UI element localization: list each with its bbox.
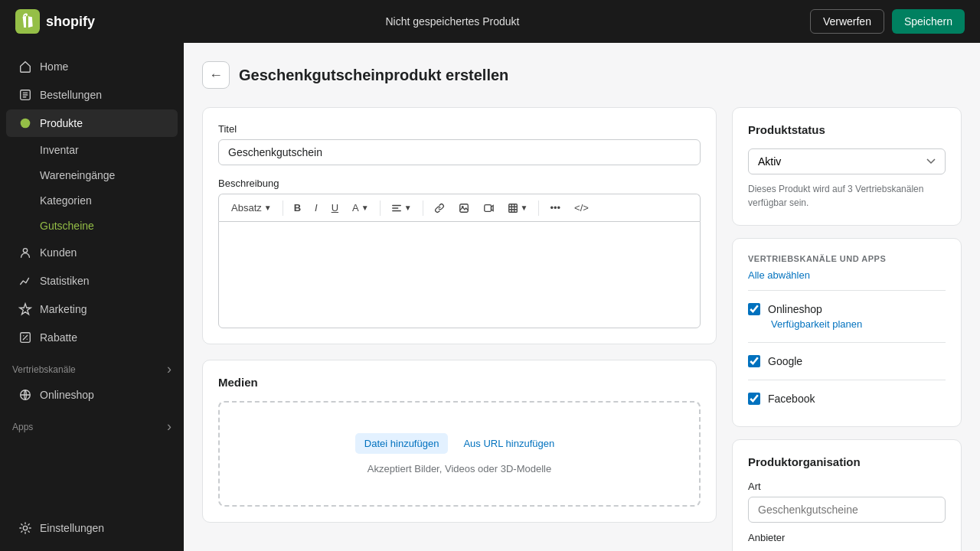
- right-panel: Produktstatus Aktiv Entwurf Dieses Produ…: [732, 107, 962, 551]
- description-editor[interactable]: [218, 221, 701, 328]
- image-button[interactable]: [452, 200, 475, 217]
- svg-point-2: [21, 119, 31, 129]
- channel-row-google: Google: [748, 355, 946, 367]
- apps-label: Apps: [12, 422, 33, 432]
- add-file-button[interactable]: Datei hinzufügen: [355, 433, 449, 454]
- products-icon: [18, 116, 32, 130]
- media-actions: Datei hinzufügen Aus URL hinzufügen: [355, 433, 564, 454]
- code-button[interactable]: </>: [568, 199, 595, 217]
- paragraph-chevron-icon: ▼: [264, 204, 272, 212]
- video-button[interactable]: [477, 200, 500, 217]
- logo: shopify: [15, 9, 95, 34]
- channel-row-onlineshop: Onlineshop: [748, 303, 946, 315]
- back-button[interactable]: ←: [202, 61, 230, 89]
- channel-name-facebook: Facebook: [768, 393, 815, 405]
- sidebar-item-marketing[interactable]: Marketing: [6, 295, 178, 323]
- channel-checkbox-onlineshop[interactable]: [748, 303, 760, 315]
- discounts-icon: [18, 331, 32, 344]
- art-input[interactable]: [748, 497, 946, 523]
- status-select[interactable]: Aktiv Entwurf: [748, 148, 946, 174]
- deselect-all-button[interactable]: Alle abwählen: [748, 269, 810, 281]
- editor-toolbar: Absatz ▼ B I U: [218, 194, 701, 221]
- apps-expand-icon[interactable]: [167, 419, 172, 435]
- sidebar-label-home: Home: [40, 60, 68, 73]
- table-button[interactable]: ▼: [501, 200, 534, 217]
- sidebar-label-marketing: Marketing: [40, 303, 87, 315]
- sidebar-item-statistiken[interactable]: Statistiken: [6, 267, 178, 295]
- channel-checkbox-google[interactable]: [748, 355, 760, 367]
- table-chevron-icon: ▼: [521, 204, 528, 212]
- sidebar-label-kunden: Kunden: [40, 246, 77, 259]
- align-button[interactable]: ▼: [385, 200, 418, 217]
- bold-button[interactable]: B: [288, 199, 307, 217]
- svg-point-3: [23, 249, 27, 253]
- sidebar-label-kategorien: Kategorien: [40, 194, 92, 207]
- sidebar-label-einstellungen: Einstellungen: [40, 522, 104, 534]
- underline-button[interactable]: U: [325, 199, 345, 217]
- marketing-icon: [18, 302, 32, 316]
- sidebar-item-rabatte[interactable]: Rabatte: [6, 324, 178, 351]
- add-url-button[interactable]: Aus URL hinzufügen: [454, 433, 564, 454]
- italic-button[interactable]: I: [309, 199, 324, 217]
- media-card: Medien Datei hinzufügen Aus URL hinzufüg…: [202, 360, 717, 523]
- anbieter-label: Anbieter: [748, 532, 946, 543]
- sidebar-item-wareneingaenge[interactable]: Wareneingänge: [6, 163, 178, 187]
- title-label: Titel: [218, 123, 701, 135]
- status-card: Produktstatus Aktiv Entwurf Dieses Produ…: [732, 107, 962, 226]
- status-title: Produktstatus: [748, 123, 946, 136]
- title-input[interactable]: [218, 139, 701, 165]
- channel-item-facebook: Facebook: [748, 386, 946, 411]
- save-button[interactable]: Speichern: [892, 9, 965, 34]
- more-button[interactable]: •••: [544, 199, 567, 217]
- apps-section: Apps: [0, 409, 184, 438]
- customers-icon: [18, 246, 32, 259]
- sidebar-item-inventar[interactable]: Inventar: [6, 138, 178, 162]
- channel-item-google: Google: [748, 349, 946, 373]
- paragraph-dropdown[interactable]: Absatz ▼: [225, 199, 278, 217]
- sidebar: Home Bestellungen Produkte Inventar Ware…: [0, 43, 184, 551]
- sidebar-item-onlineshop[interactable]: Onlineshop: [6, 381, 178, 409]
- sidebar-item-einstellungen[interactable]: Einstellungen: [6, 514, 178, 542]
- sidebar-item-kategorien[interactable]: Kategorien: [6, 188, 178, 213]
- sidebar-label-bestellungen: Bestellungen: [40, 89, 102, 101]
- media-drop-zone[interactable]: Datei hinzufügen Aus URL hinzufügen Akze…: [218, 401, 701, 507]
- main-content: ← Geschenkgutscheinprodukt erstellen Tit…: [184, 43, 980, 551]
- sidebar-item-bestellungen[interactable]: Bestellungen: [6, 81, 178, 109]
- page-header: ← Geschenkgutscheinprodukt erstellen: [202, 61, 962, 89]
- sidebar-item-kunden[interactable]: Kunden: [6, 239, 178, 266]
- channel-name-onlineshop: Onlineshop: [768, 303, 822, 315]
- sidebar-label-gutscheine: Gutscheine: [40, 220, 94, 232]
- paragraph-label: Absatz: [231, 202, 262, 214]
- sidebar-label-inventar: Inventar: [40, 144, 79, 156]
- org-title: Produktorganisation: [748, 455, 946, 468]
- sidebar-label-rabatte: Rabatte: [40, 331, 77, 344]
- stats-icon: [18, 274, 32, 288]
- channel-divider-2: [748, 342, 946, 343]
- sidebar-item-home[interactable]: Home: [6, 53, 178, 80]
- discard-button[interactable]: Verwerfen: [810, 9, 884, 34]
- orders-icon: [18, 88, 32, 102]
- topbar: shopify Nicht gespeichertes Produkt Verw…: [0, 0, 980, 43]
- topbar-actions: Verwerfen Speichern: [810, 9, 965, 34]
- link-button[interactable]: [428, 200, 451, 217]
- channels-header-label: VERTRIEBSKANÄLE UND APPS: [748, 254, 946, 263]
- vertriebskanaele-expand-icon[interactable]: [167, 361, 172, 377]
- media-title: Medien: [218, 376, 701, 389]
- text-color-button[interactable]: A ▼: [346, 199, 375, 217]
- svg-point-6: [23, 526, 27, 530]
- channel-divider-3: [748, 380, 946, 380]
- availability-plan-link[interactable]: Verfügbarkeit planen: [771, 318, 946, 330]
- title-description-card: Titel Beschreibung Absatz ▼ B I: [202, 107, 717, 344]
- content-grid: Titel Beschreibung Absatz ▼ B I: [202, 107, 962, 551]
- page-title: Geschenkgutscheinprodukt erstellen: [239, 67, 508, 84]
- sidebar-item-gutscheine[interactable]: Gutscheine: [6, 214, 178, 238]
- align-chevron-icon: ▼: [404, 204, 412, 212]
- channel-checkbox-facebook[interactable]: [748, 393, 760, 405]
- text-color-chevron-icon: ▼: [361, 204, 369, 212]
- toolbar-divider-3: [423, 201, 423, 216]
- channels-card: VERTRIEBSKANÄLE UND APPS Alle abwählen O…: [732, 238, 962, 427]
- channel-item-onlineshop: Onlineshop Verfügbarkeit planen: [748, 297, 946, 336]
- sidebar-label-onlineshop: Onlineshop: [40, 389, 94, 401]
- home-icon: [18, 60, 32, 73]
- sidebar-item-produkte[interactable]: Produkte: [6, 109, 178, 137]
